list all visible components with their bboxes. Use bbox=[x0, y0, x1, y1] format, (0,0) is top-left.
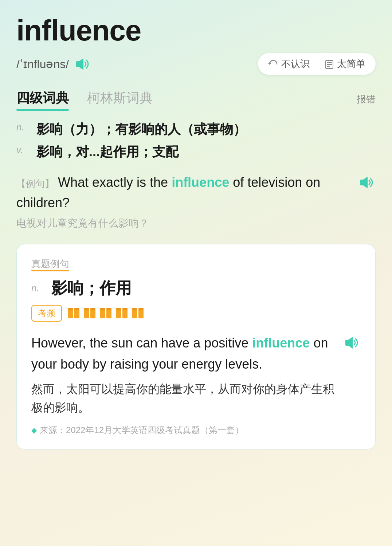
pos-verb: v. bbox=[16, 144, 36, 156]
svg-rect-26 bbox=[345, 340, 348, 346]
example-label: 【例句】 bbox=[16, 178, 54, 189]
svg-rect-13 bbox=[90, 308, 95, 310]
page-container: influence /ˈɪnfluəns/ 不认识 bbox=[0, 0, 392, 471]
action-buttons: 不认识 太简单 bbox=[258, 53, 376, 75]
example-en: 【例句】 What exactly is the influence of te… bbox=[16, 172, 352, 213]
freq-icon-4 bbox=[115, 307, 128, 319]
pos-noun: n. bbox=[16, 122, 36, 133]
diamond-icon: ◆ bbox=[31, 426, 37, 435]
pronunciation-left: /ˈɪnfluəns/ bbox=[16, 56, 91, 72]
exam-en-part1: However, the sun can have a positive bbox=[31, 335, 252, 350]
divider bbox=[317, 59, 317, 69]
example-highlight-word: influence bbox=[172, 175, 229, 190]
tab-collins[interactable]: 柯林斯词典 bbox=[87, 89, 153, 109]
freq-icons bbox=[67, 307, 144, 319]
definition-row-noun: n. 影响（力）；有影响的人（或事物） bbox=[16, 120, 376, 138]
svg-rect-20 bbox=[116, 308, 121, 310]
freq-icon-2 bbox=[83, 307, 96, 319]
exam-pos-label: n. bbox=[31, 283, 51, 294]
svg-rect-0 bbox=[76, 61, 79, 67]
exam-card-label: 真题例句 bbox=[31, 258, 69, 270]
word-title: influence bbox=[16, 15, 376, 47]
exam-zh: 然而，太阳可以提高你的能量水平，从而对你的身体产生积极的影响。 bbox=[31, 380, 337, 417]
dict-tabs-row: 四级词典 柯林斯词典 报错 bbox=[16, 89, 376, 109]
exam-source-text: 来源：2022年12月大学英语四级考试真题（第一套） bbox=[40, 424, 244, 436]
not-know-button[interactable]: 不认识 bbox=[268, 58, 310, 70]
exam-pos-row: n. 影响；作用 bbox=[31, 278, 361, 299]
too-simple-label: 太简单 bbox=[337, 58, 365, 70]
phonetic-text: /ˈɪnfluəns/ bbox=[16, 57, 69, 71]
example-section: 【例句】 What exactly is the influence of te… bbox=[16, 172, 376, 231]
svg-rect-24 bbox=[132, 308, 137, 310]
exam-example-row: However, the sun can have a positive inf… bbox=[31, 333, 361, 436]
svg-rect-17 bbox=[106, 308, 111, 310]
report-button[interactable]: 报错 bbox=[357, 93, 376, 106]
freq-icon-5 bbox=[131, 307, 144, 319]
svg-rect-9 bbox=[74, 308, 79, 310]
exam-source: ◆ 来源：2022年12月大学英语四级考试真题（第一套） bbox=[31, 424, 337, 436]
speaker-icon[interactable] bbox=[75, 56, 91, 72]
exam-example-text: However, the sun can have a positive inf… bbox=[31, 333, 337, 436]
exam-card: 真题例句 n. 影响；作用 考频 bbox=[16, 244, 376, 449]
svg-rect-25 bbox=[138, 308, 144, 310]
freq-icon-1 bbox=[67, 307, 80, 319]
tab-cet4[interactable]: 四级词典 bbox=[16, 89, 69, 109]
definition-row-verb: v. 影响，对...起作用；支配 bbox=[16, 143, 376, 161]
definition-verb-text: 影响，对...起作用；支配 bbox=[36, 143, 376, 161]
freq-icon-3 bbox=[99, 307, 112, 319]
exam-en: However, the sun can have a positive inf… bbox=[31, 333, 337, 374]
exam-speaker-icon[interactable] bbox=[345, 335, 361, 352]
example-row: 【例句】 What exactly is the influence of te… bbox=[16, 172, 376, 231]
too-simple-button[interactable]: 太简单 bbox=[325, 58, 365, 70]
svg-rect-8 bbox=[68, 308, 73, 310]
freq-badge: 考频 bbox=[31, 305, 62, 322]
definitions-section: n. 影响（力）；有影响的人（或事物） v. 影响，对...起作用；支配 bbox=[16, 120, 376, 161]
example-en-part1: What exactly is the bbox=[58, 175, 172, 190]
pronunciation-row: /ˈɪnfluəns/ 不认识 bbox=[16, 53, 376, 75]
example-zh: 电视对儿童究竟有什么影响？ bbox=[16, 216, 352, 231]
svg-rect-12 bbox=[84, 308, 89, 310]
dict-tabs: 四级词典 柯林斯词典 bbox=[16, 89, 153, 109]
freq-row: 考频 bbox=[31, 305, 361, 322]
not-know-label: 不认识 bbox=[281, 58, 310, 70]
svg-rect-21 bbox=[122, 308, 128, 310]
definition-noun-text: 影响（力）；有影响的人（或事物） bbox=[36, 120, 376, 138]
svg-rect-16 bbox=[100, 308, 105, 310]
svg-rect-5 bbox=[360, 180, 363, 185]
exam-definition: 影响；作用 bbox=[51, 278, 132, 299]
example-speaker-icon[interactable] bbox=[360, 174, 376, 192]
exam-highlight-word: influence bbox=[252, 335, 310, 350]
example-text-block: 【例句】 What exactly is the influence of te… bbox=[16, 172, 352, 231]
